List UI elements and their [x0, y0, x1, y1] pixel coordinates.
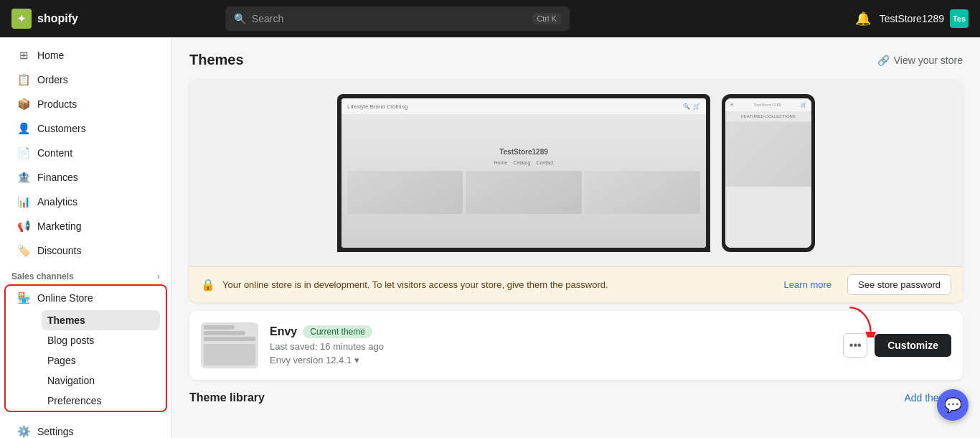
chat-icon: 💬	[944, 396, 962, 414]
sidebar-item-label: Products	[37, 98, 77, 110]
desktop-preview: Lifestyle Brand Clothing 🔍 🛒 TestStore12…	[337, 94, 710, 252]
view-store-button[interactable]: 🔗 View your store	[877, 55, 963, 66]
mobile-screen: ☰ TestStore1289 🛒 FEATURED COLLECTIONS	[725, 98, 811, 248]
theme-name: Envy	[270, 325, 297, 338]
theme-preview-card: Lifestyle Brand Clothing 🔍 🛒 TestStore12…	[189, 80, 963, 302]
sidebar-item-marketing[interactable]: 📢 Marketing	[6, 214, 166, 238]
see-password-button[interactable]: See store password	[847, 274, 951, 295]
preview-topbar: Lifestyle Brand Clothing 🔍 🛒	[341, 98, 706, 114]
preview-hero: TestStore1289 Home Catalog Contact	[341, 114, 706, 248]
sidebar-item-label: Customers	[37, 123, 86, 134]
sales-channels-section: Sales channels ›	[0, 263, 171, 284]
theme-thumbnail	[201, 322, 258, 368]
sidebar-item-discounts[interactable]: 🏷️ Discounts	[6, 238, 166, 263]
sidebar-item-content[interactable]: 📄 Content	[6, 141, 166, 165]
mobile-featured-label: FEATURED COLLECTIONS	[725, 111, 811, 122]
theme-info: Envy Current theme Last saved: 16 minute…	[270, 325, 831, 365]
online-store-subnav: Themes Blog posts Pages Navigation Prefe…	[6, 310, 166, 411]
sidebar-item-preferences[interactable]: Preferences	[42, 391, 160, 411]
thumb-line	[204, 325, 235, 330]
customers-icon: 👤	[17, 122, 30, 135]
analytics-icon: 📊	[17, 195, 30, 208]
sidebar-item-label: Blog posts	[47, 335, 94, 346]
page-title: Themes	[189, 52, 244, 68]
external-link-icon: 🔗	[877, 55, 890, 66]
theme-last-saved: Last saved: 16 minutes ago	[270, 341, 831, 352]
mobile-cart-icon: 🛒	[801, 102, 807, 108]
sidebar-item-orders[interactable]: 📋 Orders	[6, 67, 166, 92]
theme-version-row[interactable]: Envy version 12.4.1 ▾	[270, 355, 831, 365]
sidebar-item-finances[interactable]: 🏦 Finances	[6, 165, 166, 190]
chat-widget[interactable]: 💬	[937, 389, 969, 421]
theme-name-row: Envy Current theme	[270, 325, 831, 338]
cart-icon-small: 🛒	[693, 103, 700, 110]
customize-button[interactable]: Customize	[875, 334, 951, 357]
preview-store-brand: Lifestyle Brand Clothing	[347, 103, 408, 110]
lock-icon: 🔒	[201, 278, 215, 292]
preview-store-name: TestStore1289	[499, 148, 548, 156]
mobile-topbar: ☰ TestStore1289 🛒	[725, 98, 811, 111]
store-name: TestStore1289	[880, 13, 944, 24]
products-icon: 📦	[17, 98, 30, 111]
sidebar-item-customers[interactable]: 👤 Customers	[6, 116, 166, 141]
preview-icons: 🔍 🛒	[683, 103, 700, 110]
dev-banner-text: Your online store is in development. To …	[222, 279, 777, 290]
sidebar-item-label: Home	[37, 50, 64, 61]
settings-icon: ⚙️	[17, 425, 30, 438]
search-shortcut: Ctrl K	[532, 13, 561, 24]
sidebar: ⊞ Home 📋 Orders 📦 Products 👤 Customers 📄…	[0, 37, 172, 438]
desktop-screen: Lifestyle Brand Clothing 🔍 🛒 TestStore12…	[341, 98, 706, 248]
sidebar-item-blog-posts[interactable]: Blog posts	[42, 330, 160, 350]
sidebar-item-label: Pages	[47, 355, 76, 366]
mobile-store-name: TestStore1289	[753, 103, 781, 107]
sidebar-item-pages[interactable]: Pages	[42, 350, 160, 371]
sidebar-nav: ⊞ Home 📋 Orders 📦 Products 👤 Customers 📄…	[0, 37, 171, 438]
current-theme-section: Envy Current theme Last saved: 16 minute…	[189, 311, 963, 380]
sidebar-item-online-store[interactable]: 🏪 Online Store	[6, 286, 166, 310]
preview-nav-links: Home Catalog Contact	[494, 160, 554, 165]
sidebar-item-label: Analytics	[37, 196, 77, 208]
hamburger-icon: ☰	[730, 102, 734, 108]
finances-icon: 🏦	[17, 171, 30, 184]
store-badge[interactable]: TestStore1289 Tes	[880, 9, 969, 28]
notifications-button[interactable]: 🔔	[855, 11, 871, 27]
sidebar-item-label: Content	[37, 147, 72, 159]
theme-version: Envy version 12.4.1	[270, 355, 352, 365]
search-bar[interactable]: 🔍 Ctrl K	[225, 6, 570, 31]
sidebar-item-themes[interactable]: Themes	[42, 310, 160, 330]
avatar: Tes	[950, 9, 969, 28]
sidebar-item-label: Orders	[37, 74, 68, 85]
chevron-down-icon: ▾	[354, 355, 359, 365]
chevron-right-icon: ›	[157, 271, 160, 281]
sidebar-item-label: Navigation	[47, 375, 95, 386]
search-icon-small: 🔍	[683, 103, 690, 110]
sidebar-item-navigation[interactable]: Navigation	[42, 371, 160, 391]
nav-right: 🔔 TestStore1289 Tes	[855, 9, 969, 28]
sidebar-item-home[interactable]: ⊞ Home	[6, 43, 166, 67]
discounts-icon: 🏷️	[17, 244, 30, 257]
main-content: Themes 🔗 View your store Lifestyle Brand…	[172, 37, 980, 438]
topnav: ✦ shopify 🔍 Ctrl K 🔔 TestStore1289 Tes	[0, 0, 980, 37]
mobile-hero: FEATURED COLLECTIONS	[725, 111, 811, 248]
sidebar-item-label: Online Store	[37, 292, 93, 304]
sidebar-item-settings[interactable]: ⚙️ Settings	[6, 419, 166, 438]
content-icon: 📄	[17, 146, 30, 159]
thumb-line	[204, 337, 255, 341]
sidebar-item-label: Settings	[37, 426, 74, 437]
theme-actions: ••• Customize	[843, 333, 951, 358]
sidebar-item-products[interactable]: 📦 Products	[6, 92, 166, 116]
online-store-icon: 🏪	[17, 292, 30, 304]
learn-more-link[interactable]: Learn more	[784, 279, 831, 290]
shopify-logo: ✦ shopify	[11, 9, 78, 29]
search-icon: 🔍	[234, 13, 246, 24]
marketing-icon: 📢	[17, 220, 30, 233]
shopify-logo-icon: ✦	[11, 9, 32, 29]
dev-banner: 🔒 Your online store is in development. T…	[189, 266, 963, 302]
view-store-label: View your store	[894, 55, 963, 66]
search-input[interactable]	[252, 13, 527, 24]
ellipsis-icon: •••	[849, 339, 862, 352]
sidebar-item-label: Themes	[47, 314, 85, 326]
sidebar-item-analytics[interactable]: 📊 Analytics	[6, 190, 166, 214]
orders-icon: 📋	[17, 73, 30, 86]
more-options-button[interactable]: •••	[843, 333, 867, 358]
